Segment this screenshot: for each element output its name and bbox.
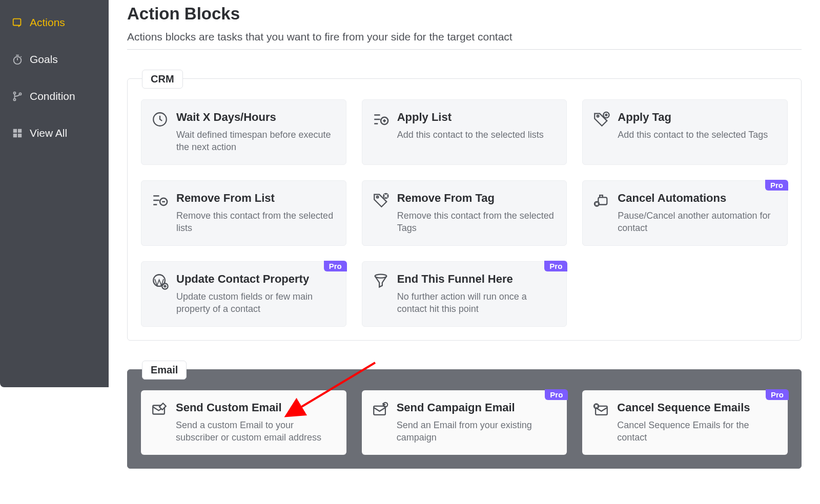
svg-point-2 — [13, 92, 15, 94]
card-title: Cancel Automations — [618, 191, 777, 205]
card-desc: Add this contact to the selected lists — [397, 129, 557, 141]
sidebar: Actions Goals Condition View All — [0, 0, 109, 387]
card-cancel-automations[interactable]: Pro Cancel Automations Pause/Cancel anot… — [582, 180, 788, 246]
card-desc: Send an Email from your existing campaig… — [397, 419, 557, 444]
card-update-contact-property[interactable]: Pro Update Contact Property Update custo… — [141, 261, 346, 327]
card-end-funnel[interactable]: Pro End This Funnel Here No further acti… — [362, 261, 567, 327]
svg-rect-6 — [18, 129, 22, 133]
card-remove-tag[interactable]: Remove From Tag Remove this contact from… — [362, 180, 567, 246]
sidebar-item-goals[interactable]: Goals — [0, 41, 109, 78]
pro-badge: Pro — [765, 180, 788, 191]
clock-icon — [151, 110, 169, 129]
tag-remove-icon — [372, 191, 390, 209]
svg-rect-22 — [374, 406, 385, 415]
actions-icon — [11, 16, 24, 29]
sidebar-item-label: Goals — [30, 53, 58, 66]
svg-point-20 — [375, 275, 386, 278]
main: Action Blocks Actions blocks are tasks t… — [109, 0, 820, 504]
funnel-icon — [372, 272, 390, 290]
card-desc: Add this contact to the selected Tags — [618, 129, 777, 141]
svg-rect-7 — [13, 134, 17, 137]
grid-icon — [11, 127, 24, 139]
card-apply-tag[interactable]: Apply Tag Add this contact to the select… — [582, 99, 788, 165]
card-apply-list[interactable]: Apply List Add this contact to the selec… — [362, 99, 567, 165]
card-title: Wait X Days/Hours — [176, 110, 336, 124]
card-desc: Pause/Cancel another automation for cont… — [618, 209, 777, 235]
card-title: Remove From List — [176, 191, 336, 205]
pro-badge: Pro — [324, 261, 347, 271]
pro-badge: Pro — [544, 261, 567, 271]
sidebar-item-condition[interactable]: Condition — [0, 78, 109, 115]
svg-point-4 — [19, 93, 21, 95]
stopwatch-icon — [11, 53, 24, 66]
section-label-crm: CRM — [142, 70, 183, 89]
card-title: Send Custom Email — [176, 401, 336, 415]
sidebar-item-label: Condition — [30, 90, 75, 102]
pro-badge: Pro — [766, 389, 789, 400]
card-title: Send Campaign Email — [397, 401, 557, 415]
svg-rect-0 — [13, 19, 21, 26]
section-email: Email Send Custom Email Send a custom Em… — [127, 369, 802, 469]
card-title: Update Contact Property — [176, 272, 336, 286]
card-send-custom-email[interactable]: Send Custom Email Send a custom Email to… — [141, 390, 346, 455]
sidebar-item-label: Actions — [30, 16, 65, 29]
pro-badge: Pro — [545, 389, 568, 400]
sidebar-item-view-all[interactable]: View All — [0, 115, 109, 152]
card-desc: Remove this contact from the selected Ta… — [397, 209, 557, 235]
svg-rect-5 — [13, 129, 17, 133]
card-send-campaign-email[interactable]: Pro Send Campaign Email Send an Email fr… — [362, 390, 567, 455]
page-subtitle: Actions blocks are tasks that you want t… — [127, 31, 802, 43]
card-desc: Remove this contact from the selected li… — [176, 209, 336, 235]
svg-point-3 — [13, 98, 15, 100]
section-label-email: Email — [142, 361, 187, 380]
card-wait[interactable]: Wait X Days/Hours Wait defined timespan … — [141, 99, 346, 165]
card-title: Cancel Sequence Emails — [617, 401, 777, 415]
wordpress-add-icon — [151, 272, 169, 290]
card-remove-list[interactable]: Remove From List Remove this contact fro… — [141, 180, 346, 246]
tag-add-icon — [592, 110, 610, 129]
branch-icon — [11, 90, 24, 102]
card-title: Apply List — [397, 110, 557, 124]
sidebar-item-label: View All — [30, 127, 67, 139]
divider — [127, 49, 802, 50]
page-title: Action Blocks — [127, 4, 802, 24]
card-desc: No further action will run once a contac… — [397, 290, 557, 316]
automation-cancel-icon — [592, 191, 610, 209]
list-remove-icon — [151, 191, 169, 209]
card-desc: Update custom fields or few main propert… — [176, 290, 336, 316]
card-desc: Send a custom Email to your subscriber o… — [176, 419, 336, 444]
envelope-cancel-icon — [591, 401, 610, 419]
sidebar-item-actions[interactable]: Actions — [0, 4, 109, 41]
card-title: End This Funnel Here — [397, 272, 557, 286]
card-desc: Wait defined timespan before execute the… — [176, 129, 336, 154]
card-title: Apply Tag — [618, 110, 777, 124]
card-title: Remove From Tag — [397, 191, 557, 205]
list-add-icon — [372, 110, 390, 129]
card-desc: Cancel Sequence Emails for the contact — [617, 419, 777, 444]
envelope-pencil-icon — [150, 401, 169, 419]
card-cancel-sequence-emails[interactable]: Pro Cancel Sequence Emails Cancel Sequen… — [582, 390, 788, 455]
svg-point-11 — [597, 115, 599, 117]
svg-rect-8 — [18, 134, 22, 137]
section-crm: CRM Wait X Days/Hours Wait defined times… — [127, 78, 802, 341]
envelope-broadcast-icon — [371, 401, 389, 419]
svg-point-14 — [376, 196, 378, 198]
